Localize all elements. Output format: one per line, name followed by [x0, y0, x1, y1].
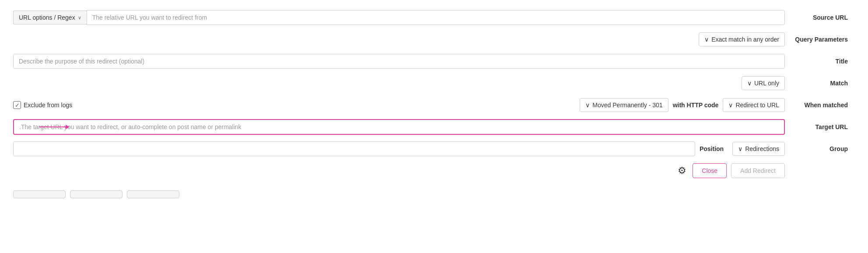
- action-dropdown[interactable]: ∨ Redirect to URL: [723, 98, 785, 112]
- gear-button[interactable]: ⚙: [676, 163, 688, 178]
- bottom-tabs-row: [13, 184, 855, 201]
- match-label: Match: [785, 80, 855, 87]
- when-matched-field-area: ✓ Exclude from logs ∨ Moved Permanently …: [13, 98, 785, 112]
- query-parameters-dropdown-label: Exact match in any order: [711, 36, 779, 43]
- group-chevron-icon: ∨: [738, 145, 742, 152]
- actions-row: ⚙ Close Add Redirect: [13, 162, 855, 179]
- group-dropdown-label: Redirections: [745, 145, 779, 152]
- actions-area: ⚙ Close Add Redirect: [13, 163, 785, 178]
- title-row: Title: [13, 53, 855, 70]
- exclude-logs-checkbox[interactable]: ✓: [13, 101, 21, 109]
- match-chevron-icon: ∨: [747, 80, 752, 87]
- query-parameters-label: Query Parameters: [785, 36, 855, 43]
- url-options-dropdown-label: URL options / Regex: [19, 14, 75, 21]
- match-field-area: ∨ URL only: [13, 76, 785, 90]
- add-redirect-button-label: Add Redirect: [740, 167, 776, 174]
- query-parameters-chevron-icon: ∨: [704, 36, 709, 43]
- position-group-field-area: 0 Position ∨ Redirections: [13, 141, 785, 156]
- target-url-row: Target URL: [13, 118, 855, 136]
- http-code-chevron-icon: ∨: [585, 102, 590, 109]
- position-input[interactable]: 0: [13, 141, 695, 156]
- match-dropdown-label: URL only: [754, 80, 779, 87]
- url-options-chevron-icon: ∨: [78, 15, 81, 21]
- http-code-dropdown-label: Moved Permanently - 301: [592, 102, 662, 109]
- target-url-input[interactable]: [14, 120, 784, 134]
- position-label: Position: [700, 145, 724, 152]
- http-code-dropdown[interactable]: ∨ Moved Permanently - 301: [580, 98, 668, 112]
- source-url-input[interactable]: [87, 10, 785, 25]
- position-group-row: 0 Position ∨ Redirections Group: [13, 140, 855, 158]
- exclude-logs-area: ✓ Exclude from logs: [13, 101, 72, 109]
- gear-icon: ⚙: [678, 165, 686, 176]
- when-matched-label: When matched: [785, 102, 855, 109]
- query-parameters-dropdown[interactable]: ∨ Exact match in any order: [699, 32, 785, 46]
- source-url-row: URL options / Regex ∨ Source URL: [13, 9, 855, 26]
- title-label: Title: [785, 58, 855, 65]
- action-dropdown-label: Redirect to URL: [735, 102, 779, 109]
- match-row: ∨ URL only Match: [13, 74, 855, 92]
- close-button-label: Close: [702, 167, 718, 174]
- bottom-tabs: [13, 190, 179, 198]
- exclude-logs-label: Exclude from logs: [24, 102, 72, 109]
- target-url-field-area: [13, 119, 785, 135]
- group-dropdown[interactable]: ∨ Redirections: [732, 142, 785, 156]
- action-chevron-icon: ∨: [728, 102, 733, 109]
- add-redirect-button[interactable]: Add Redirect: [731, 163, 785, 178]
- bottom-tabs-area: [13, 187, 785, 198]
- query-parameters-row: ∨ Exact match in any order Query Paramet…: [13, 31, 855, 48]
- url-options-dropdown[interactable]: URL options / Regex ∨: [13, 11, 87, 25]
- group-label: Group: [785, 145, 855, 152]
- checkbox-check-icon: ✓: [15, 102, 20, 109]
- source-url-label: Source URL: [785, 14, 855, 21]
- bottom-tab-2[interactable]: [70, 190, 122, 198]
- close-button[interactable]: Close: [693, 163, 727, 178]
- bottom-tab-3[interactable]: [127, 190, 179, 198]
- bottom-tab-1[interactable]: [13, 190, 66, 198]
- title-input[interactable]: [13, 54, 785, 69]
- target-url-label: Target URL: [785, 123, 855, 130]
- with-http-code-label: with HTTP code: [673, 102, 719, 109]
- target-url-input-wrap: [13, 119, 785, 135]
- match-dropdown[interactable]: ∨ URL only: [742, 76, 785, 90]
- when-matched-row: ✓ Exclude from logs ∨ Moved Permanently …: [13, 96, 855, 114]
- source-url-field-area: URL options / Regex ∨: [13, 10, 785, 25]
- title-field-area: [13, 54, 785, 69]
- query-parameters-field-area: ∨ Exact match in any order: [13, 32, 785, 46]
